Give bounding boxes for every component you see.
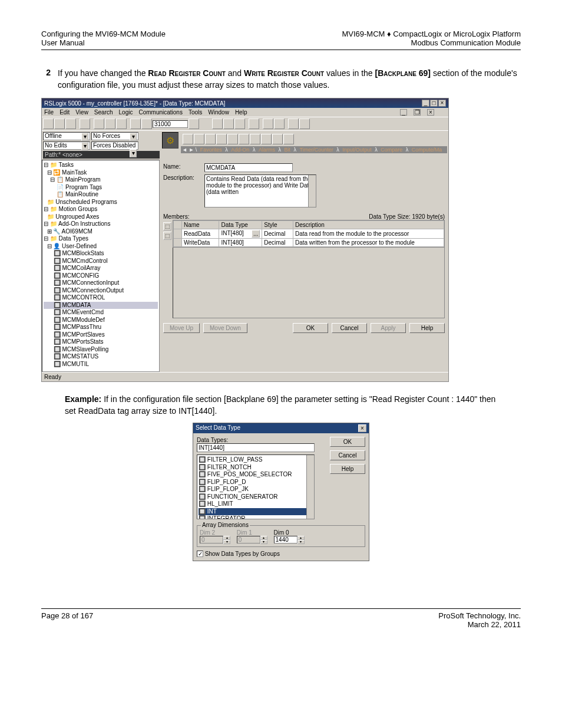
tree-node[interactable]: 🔲 MCMCONTROL <box>44 294 158 302</box>
tree-node[interactable]: 📄 Program Tags <box>44 184 158 192</box>
nav-next-icon[interactable] <box>227 134 238 144</box>
nav-rung-icon[interactable] <box>205 134 216 144</box>
undo-icon[interactable] <box>130 118 141 129</box>
close-icon[interactable]: × <box>438 100 446 107</box>
cell-type[interactable]: INT[480] <box>219 239 262 247</box>
offline-combo[interactable]: Offline▾ <box>43 132 90 140</box>
tree-node[interactable]: ⊟ 🔁 MainTask <box>44 169 158 177</box>
tree-node[interactable]: 🔲 MCMSTATUS <box>44 353 158 361</box>
toolbtn-c-icon[interactable] <box>234 118 245 129</box>
tree-node[interactable]: 🔲 MCMSlavePolling <box>44 346 158 354</box>
apply-button[interactable]: Apply <box>371 323 406 333</box>
menu-file[interactable]: File <box>44 109 54 116</box>
datatypes-field[interactable]: INT[1440] <box>197 443 315 452</box>
grid-side-btn-2-icon[interactable]: ⬚ <box>163 232 171 240</box>
help-button[interactable]: Help <box>409 323 445 333</box>
print-icon[interactable] <box>80 118 90 129</box>
tab-compare[interactable]: Compare <box>381 147 402 153</box>
tab-compute[interactable]: Compute/Ma <box>412 147 442 153</box>
col-desc[interactable]: Description <box>293 221 444 229</box>
list-item[interactable]: 🔲 FILTER_LOW_PASS <box>199 456 313 464</box>
tree-node[interactable]: ⊟ 📁 Tasks <box>44 162 158 169</box>
cell-name[interactable]: WriteData <box>182 239 219 247</box>
open-icon[interactable] <box>54 118 65 129</box>
cell-style[interactable]: Decimal <box>262 229 293 239</box>
tree-node[interactable]: 🔲 MCMPassThru <box>44 324 158 331</box>
table-row[interactable]: ReadData INT[480] ... Decimal Data read … <box>174 229 444 239</box>
col-name[interactable]: Name <box>182 221 219 229</box>
nav-last-icon[interactable] <box>239 134 249 144</box>
tree-node[interactable]: ⊟ 📁 Motion Groups <box>44 206 158 213</box>
menu-edit[interactable]: Edit <box>59 109 70 116</box>
tree-node[interactable]: 📁 Unscheduled Programs <box>44 199 158 206</box>
tree-node[interactable]: 🔲 MCMPortsStats <box>44 338 158 346</box>
toolbtn-f-icon[interactable] <box>274 118 285 129</box>
tree-node[interactable]: 🔲 MCMPortSlaves <box>44 331 158 339</box>
nav-j-icon[interactable] <box>283 134 294 144</box>
list-item[interactable]: 🔲 INT <box>199 508 313 516</box>
dim0-field[interactable]: 1440 <box>274 536 297 543</box>
tree-node[interactable]: 🔲 MCMConnectionOutput <box>44 287 158 295</box>
list-item[interactable]: 🔲 INTEGRATOR <box>199 515 313 519</box>
cell-desc[interactable]: Data read from the module to the process… <box>293 229 444 239</box>
tree-node[interactable]: ⊟ 👤 User-Defined <box>44 243 158 251</box>
ok-button[interactable]: OK <box>293 323 328 333</box>
dialog-close-icon[interactable]: × <box>358 424 366 432</box>
tree-node[interactable]: 🔲 MCMConnectionInput <box>44 279 158 287</box>
checkbox-icon[interactable]: ✓ <box>197 551 203 557</box>
doc-restore-icon[interactable]: ❐ <box>414 109 421 116</box>
toolbtn-d-icon[interactable] <box>249 118 259 129</box>
dialog-cancel-button[interactable]: Cancel <box>330 450 365 460</box>
minimize-icon[interactable]: _ <box>422 100 429 107</box>
cancel-button[interactable]: Cancel <box>332 323 367 333</box>
list-scrollbar[interactable] <box>306 455 314 519</box>
tree-node[interactable]: 📋 MainRoutine <box>44 191 158 199</box>
tree-node[interactable]: 🔲 MCMUTIL <box>44 361 158 368</box>
list-item[interactable]: 🔲 FIVE_POS_MODE_SELECTOR <box>199 471 313 479</box>
zoom-out-icon[interactable] <box>299 118 310 129</box>
dialog-help-button[interactable]: Help <box>330 464 365 474</box>
menu-tools[interactable]: Tools <box>189 109 202 116</box>
nav-g-icon[interactable] <box>250 134 260 144</box>
nav-h-icon[interactable] <box>261 134 272 144</box>
dim0-up-icon[interactable]: ▴ <box>297 536 305 540</box>
cell-name[interactable]: ReadData <box>182 229 219 239</box>
desc-scrollbar[interactable] <box>308 175 316 207</box>
cell-style[interactable]: Decimal <box>262 239 293 247</box>
maximize-icon[interactable]: □ <box>430 100 438 107</box>
name-field[interactable]: MCMDATA <box>204 163 293 172</box>
tree-node[interactable]: 🔲 MCMCONFIG <box>44 272 158 280</box>
tree-node[interactable]: 🔲 MCMEventCmd <box>44 309 158 317</box>
col-style[interactable]: Style <box>262 221 293 229</box>
new-icon[interactable] <box>43 118 54 129</box>
table-row[interactable]: WriteData INT[480] Decimal Data written … <box>174 239 444 247</box>
tree-node[interactable]: ⊞ 🔧 AOI69MCM <box>44 228 158 236</box>
grid-side-btn-1-icon[interactable]: ⬚ <box>163 222 171 230</box>
menu-help[interactable]: Help <box>235 109 247 116</box>
dropdown-icon[interactable] <box>189 118 199 129</box>
nav-branch-icon[interactable] <box>216 134 227 144</box>
tree-node[interactable]: 🔲 MCMDATA <box>44 302 158 309</box>
tab-addon[interactable]: Add-On <box>231 147 249 153</box>
menu-logic[interactable]: Logic <box>119 109 133 116</box>
tab-timer[interactable]: Timer/Counter <box>299 147 333 153</box>
list-item[interactable]: 🔲 FILTER_NOTCH <box>199 464 313 472</box>
nav-first-icon[interactable] <box>183 134 193 144</box>
menu-view[interactable]: View <box>75 109 88 116</box>
movedown-button[interactable]: Move Down <box>203 323 247 333</box>
list-item[interactable]: 🔲 FLIP_FLOP_JK <box>199 486 313 493</box>
noedits-combo[interactable]: No Edits▾ <box>43 141 90 150</box>
tree-node[interactable]: ⊟ 📁 Add-On Instructions <box>44 220 158 228</box>
list-item[interactable]: 🔲 FUNCTION_GENERATOR <box>199 493 313 501</box>
forces-disabled-combo[interactable]: Forces Disabled▾ <box>91 141 138 150</box>
list-item[interactable]: 🔲 HL_LIMIT <box>199 500 313 508</box>
save-icon[interactable] <box>65 118 76 129</box>
paste-icon[interactable] <box>116 118 127 129</box>
tree-node[interactable]: 🔲 MCMBlockStats <box>44 250 158 258</box>
tab-favorites[interactable]: Favorites <box>200 147 222 153</box>
nav-i-icon[interactable] <box>272 134 283 144</box>
cell-type[interactable]: INT[480] ... <box>219 229 262 239</box>
tree-node[interactable]: ⊟ 📋 MainProgram <box>44 176 158 184</box>
tab-bit[interactable]: Bit <box>284 147 290 153</box>
dim0-down-icon[interactable]: ▾ <box>297 540 305 544</box>
